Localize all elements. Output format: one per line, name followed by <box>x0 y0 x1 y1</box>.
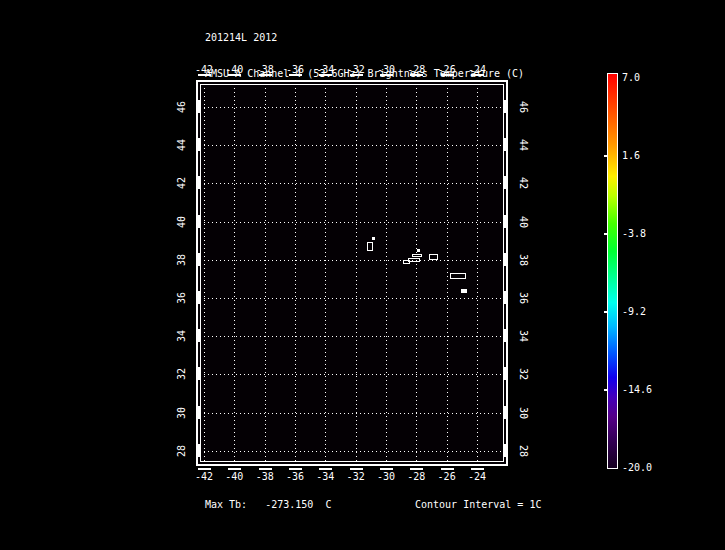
y-axis-tick-label-left: 38 <box>177 248 187 272</box>
coastline-feature <box>367 242 373 251</box>
longitude-gridline <box>477 88 478 462</box>
latitude-gridline <box>204 260 504 261</box>
y-axis-tick-mark-right <box>504 176 506 189</box>
y-axis-tick-label-left: 36 <box>177 286 187 310</box>
y-axis-tick-label-left: 34 <box>177 324 187 348</box>
latitude-gridline <box>204 145 504 146</box>
colorbar-tick-label: -20.0 <box>622 463 652 473</box>
latitude-gridline <box>204 298 504 299</box>
x-axis-tick-mark-top <box>259 74 272 76</box>
latitude-gridline <box>204 374 504 375</box>
longitude-gridline <box>325 88 326 462</box>
y-axis-tick-label-left: 42 <box>177 171 187 195</box>
x-axis-tick-mark-bottom <box>380 468 393 470</box>
y-axis-tick-label-right: 40 <box>518 210 528 234</box>
y-axis-tick-mark-right <box>504 367 506 380</box>
colorbar-tick-label: -14.6 <box>622 385 652 395</box>
x-axis-tick-label-bottom: -24 <box>465 472 489 482</box>
y-axis-tick-mark-left <box>198 367 200 380</box>
coastline-feature <box>408 258 420 262</box>
x-axis-tick-label-bottom: -40 <box>222 472 246 482</box>
x-axis-tick-mark-top <box>410 74 423 76</box>
latitude-gridline <box>204 222 504 223</box>
y-axis-tick-mark-left <box>198 329 200 342</box>
y-axis-tick-label-left: 32 <box>177 362 187 386</box>
colorbar-tick-mark <box>604 311 607 313</box>
longitude-gridline <box>265 88 266 462</box>
y-axis-tick-label-right: 36 <box>518 286 528 310</box>
x-axis-tick-mark-bottom <box>198 468 211 470</box>
longitude-gridline <box>447 88 448 462</box>
y-axis-tick-label-left: 30 <box>177 401 187 425</box>
coastline-feature <box>450 273 466 279</box>
x-axis-tick-mark-bottom <box>228 468 241 470</box>
y-axis-tick-mark-right <box>504 406 506 419</box>
x-axis-tick-mark-bottom <box>441 468 454 470</box>
latitude-gridline <box>204 413 504 414</box>
x-axis-tick-mark-top <box>380 74 393 76</box>
coastline-feature <box>372 237 375 240</box>
coastline-feature <box>412 254 422 257</box>
y-axis-tick-mark-right <box>504 329 506 342</box>
x-axis-tick-mark-top <box>471 74 484 76</box>
x-axis-tick-mark-bottom <box>350 468 363 470</box>
colorbar-tick-mark <box>604 233 607 235</box>
y-axis-tick-label-left: 28 <box>177 439 187 463</box>
y-axis-tick-mark-right <box>504 138 506 151</box>
y-axis-tick-label-right: 38 <box>518 248 528 272</box>
x-axis-tick-label-bottom: -26 <box>435 472 459 482</box>
latitude-gridline <box>204 451 504 452</box>
colorbar-tick-label: -3.8 <box>622 229 646 239</box>
y-axis-tick-mark-right <box>504 253 506 266</box>
x-axis-tick-mark-bottom <box>410 468 423 470</box>
longitude-gridline <box>386 88 387 462</box>
contour-interval-annotation: Contour Interval = 1C <box>415 500 541 510</box>
x-axis-tick-label-bottom: -42 <box>192 472 216 482</box>
x-axis-tick-mark-bottom <box>319 468 332 470</box>
latitude-gridline <box>204 183 504 184</box>
x-axis-tick-label-bottom: -30 <box>374 472 398 482</box>
y-axis-tick-mark-left <box>198 100 200 113</box>
longitude-gridline <box>356 88 357 462</box>
x-axis-tick-mark-bottom <box>471 468 484 470</box>
longitude-gridline <box>204 88 205 462</box>
y-axis-tick-mark-left <box>198 444 200 457</box>
y-axis-tick-label-right: 32 <box>518 362 528 386</box>
latitude-gridline <box>204 336 504 337</box>
y-axis-tick-label-left: 46 <box>177 95 187 119</box>
coastline-feature <box>461 289 467 293</box>
screenshot-root: 201214L 2012 AMSU-A Channel 4 (53.6GHz) … <box>0 0 725 550</box>
y-axis-tick-mark-right <box>504 100 506 113</box>
x-axis-tick-mark-top <box>350 74 363 76</box>
x-axis-tick-mark-bottom <box>259 468 272 470</box>
x-axis-tick-mark-top <box>228 74 241 76</box>
x-axis-tick-label-bottom: -28 <box>404 472 428 482</box>
colorbar-tick-label: -9.2 <box>622 307 646 317</box>
x-axis-tick-mark-top <box>441 74 454 76</box>
y-axis-tick-label-left: 44 <box>177 133 187 157</box>
latitude-gridline <box>204 107 504 108</box>
y-axis-tick-mark-right <box>504 291 506 304</box>
y-axis-tick-label-right: 28 <box>518 439 528 463</box>
y-axis-tick-label-right: 42 <box>518 171 528 195</box>
title-date-line: 201214L 2012 <box>205 32 524 44</box>
longitude-gridline <box>416 88 417 462</box>
x-axis-tick-label-bottom: -38 <box>253 472 277 482</box>
longitude-gridline <box>295 88 296 462</box>
max-tb-annotation: Max Tb: -273.150 C <box>205 500 331 510</box>
x-axis-tick-label-bottom: -32 <box>344 472 368 482</box>
longitude-gridline <box>234 88 235 462</box>
coastline-feature <box>417 249 420 252</box>
coastline-feature <box>429 254 438 260</box>
y-axis-tick-mark-right <box>504 215 506 228</box>
x-axis-tick-mark-top <box>289 74 302 76</box>
y-axis-tick-mark-left <box>198 215 200 228</box>
colorbar-tick-label: 1.6 <box>622 151 640 161</box>
y-axis-tick-label-right: 46 <box>518 95 528 119</box>
y-axis-tick-label-left: 40 <box>177 210 187 234</box>
colorbar-tick-mark <box>604 389 607 391</box>
colorbar-tick-mark <box>604 155 607 157</box>
y-axis-tick-label-right: 34 <box>518 324 528 348</box>
x-axis-tick-mark-bottom <box>289 468 302 470</box>
y-axis-tick-mark-left <box>198 176 200 189</box>
